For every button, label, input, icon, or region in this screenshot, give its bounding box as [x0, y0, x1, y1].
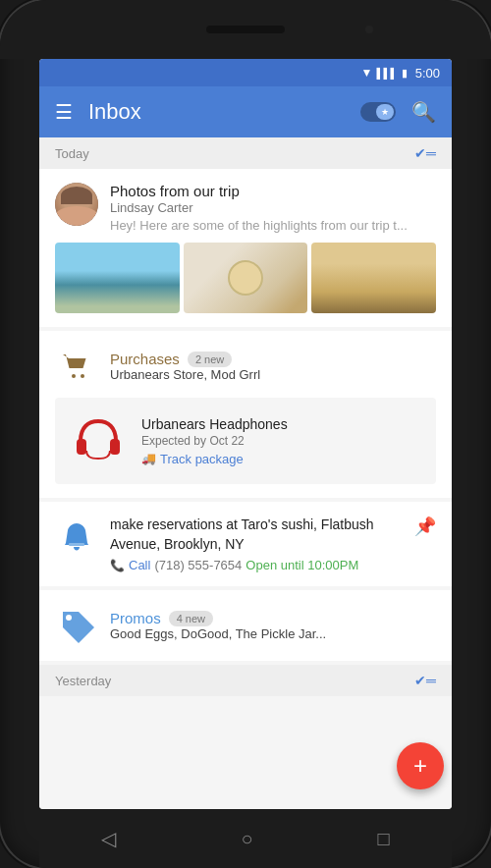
menu-icon[interactable]: ☰ — [55, 100, 73, 124]
screen: ▼ ▌▌▌ ▮ 5:00 ☰ Inbox ★ 🔍 Today ✔═ — [39, 59, 452, 809]
email-sender: Lindsay Carter — [110, 200, 436, 215]
package-name: Urbanears Headphones — [141, 416, 424, 432]
search-icon[interactable]: 🔍 — [411, 100, 436, 124]
email-subject: Photos from our trip — [110, 183, 436, 199]
package-info: Urbanears Headphones Expected by Oct 22 … — [141, 416, 424, 466]
content: Today ✔═ Photos from our trip Lin — [39, 137, 452, 809]
email-item[interactable]: Photos from our trip Lindsay Carter Hey!… — [39, 169, 452, 327]
phone-number: (718) 555-7654 — [154, 558, 242, 572]
promos-item[interactable]: Promos 4 new Good Eggs, DoGood, The Pick… — [39, 590, 452, 661]
svg-rect-4 — [69, 543, 84, 546]
photo-food-thumb — [184, 243, 308, 313]
purchases-title: Purchases — [110, 351, 180, 367]
reminder-action: 📞 Call (718) 555-7654 Open until 10:00PM — [110, 558, 403, 572]
done-all-icon: ✔═ — [414, 145, 436, 161]
battery-icon: ▮ — [402, 67, 408, 80]
svg-rect-3 — [110, 439, 120, 455]
photo-strip — [55, 243, 436, 313]
photo-water-thumb — [55, 243, 180, 313]
today-label: Today — [55, 146, 89, 161]
app-title: Inbox — [88, 99, 345, 125]
back-button[interactable]: ◁ — [101, 827, 116, 850]
svg-point-0 — [72, 374, 76, 378]
svg-point-5 — [66, 615, 72, 621]
reminder-main: make reservations at Taro's sushi, Flatb… — [110, 515, 403, 554]
star-toggle[interactable]: ★ — [360, 102, 396, 122]
speaker — [206, 26, 285, 33]
promos-badge: 4 new — [169, 611, 213, 626]
tag-icon-wrap — [55, 604, 98, 647]
camera-dot — [365, 26, 373, 33]
phone-icon: 📞 — [110, 559, 125, 572]
yesterday-done-icon: ✔═ — [414, 673, 436, 688]
status-bar: ▼ ▌▌▌ ▮ 5:00 — [39, 59, 452, 86]
promos-subtitle: Good Eggs, DoGood, The Pickle Jar... — [110, 626, 436, 641]
email-meta: Photos from our trip Lindsay Carter Hey!… — [110, 183, 436, 233]
call-link[interactable]: Call — [129, 558, 150, 572]
pin-icon: 📌 — [414, 515, 436, 537]
purchases-badge: 2 new — [188, 352, 232, 367]
reminder-icon-wrap — [55, 515, 98, 559]
svg-rect-2 — [77, 439, 86, 455]
cart-icon — [55, 345, 98, 388]
time-display: 5:00 — [415, 66, 440, 81]
signal-icon: ▌▌▌ — [376, 68, 397, 79]
promos-title: Promos — [110, 610, 161, 626]
star-toggle-knob: ★ — [376, 104, 394, 120]
truck-icon: 🚚 — [141, 452, 156, 465]
today-section-header: Today ✔═ — [39, 137, 452, 169]
avatar — [55, 183, 98, 226]
open-until: Open until 10:00PM — [246, 558, 358, 572]
app-bar: ☰ Inbox ★ 🔍 — [39, 86, 452, 137]
reminder-item[interactable]: make reservations at Taro's sushi, Flatb… — [39, 502, 452, 586]
email-header: Photos from our trip Lindsay Carter Hey!… — [55, 183, 436, 233]
purchases-item[interactable]: Purchases 2 new Urbanears Store, Mod Grr… — [39, 331, 452, 498]
headphones-image — [67, 409, 130, 472]
promos-content: Promos 4 new Good Eggs, DoGood, The Pick… — [110, 610, 436, 641]
track-label: Track package — [160, 452, 244, 466]
compose-fab[interactable]: + — [397, 742, 444, 789]
track-package-link[interactable]: 🚚 Track package — [141, 452, 424, 466]
status-icons: ▼ ▌▌▌ ▮ 5:00 — [361, 66, 440, 81]
phone-bottom-nav: ◁ ○ □ — [39, 809, 452, 868]
fab-plus-icon: + — [413, 754, 427, 778]
home-button[interactable]: ○ — [241, 828, 252, 850]
svg-point-1 — [81, 374, 84, 378]
recent-button[interactable]: □ — [377, 828, 389, 850]
photo-outdoor-thumb — [311, 243, 436, 313]
purchases-text: Purchases 2 new Urbanears Store, Mod Grr… — [110, 351, 260, 382]
wifi-icon: ▼ — [361, 66, 373, 80]
purchases-header: Purchases 2 new Urbanears Store, Mod Grr… — [55, 345, 436, 388]
phone-top-bar — [0, 0, 491, 59]
package-date: Expected by Oct 22 — [141, 434, 424, 448]
package-card: Urbanears Headphones Expected by Oct 22 … — [55, 398, 436, 484]
purchases-subtitle: Urbanears Store, Mod Grrl — [110, 367, 260, 382]
email-preview: Hey! Here are some of the highlights fro… — [110, 218, 436, 233]
yesterday-section-header: Yesterday ✔═ — [39, 665, 452, 696]
yesterday-label: Yesterday — [55, 674, 111, 688]
reminder-text: make reservations at Taro's sushi, Flatb… — [110, 515, 403, 572]
